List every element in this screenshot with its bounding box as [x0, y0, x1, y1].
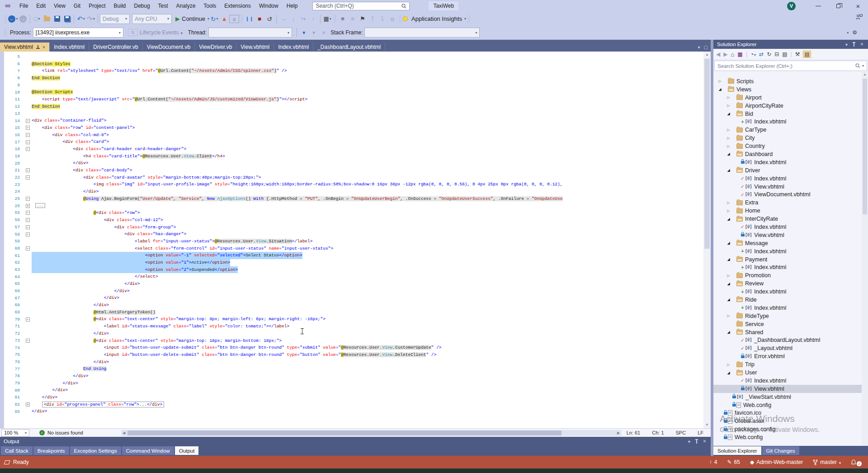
prev-bookmark-icon[interactable]: ⤴: [368, 14, 377, 24]
code-line-6[interactable]: 6@Section Styles: [4, 61, 703, 68]
code-line-85[interactable]: 85</div>: [4, 408, 703, 415]
fold-margin[interactable]: −: [24, 175, 32, 180]
expand-arrow-icon[interactable]: ▷: [726, 201, 731, 205]
expand-arrow-icon[interactable]: ▷: [726, 128, 731, 132]
toolbar-grip[interactable]: [4, 15, 7, 23]
expand-arrow-icon[interactable]: ◢: [726, 371, 731, 375]
code-line-70[interactable]: 70− @<div class="text-center" style="mar…: [4, 316, 703, 323]
menu-git[interactable]: Git: [70, 0, 85, 12]
tree-item-intercityrate[interactable]: ◢InterCityRate: [713, 215, 868, 223]
code-line-58[interactable]: 58− <div class="has-danger">: [4, 231, 703, 238]
code-line-55[interactable]: 55− @<div class="row">: [4, 209, 703, 217]
tree-item-message[interactable]: ◢Message: [713, 239, 868, 247]
code-line-21[interactable]: 21− <div class="card-body">: [4, 167, 703, 174]
sidebar-tab-solution-explorer[interactable]: Solution Explorer: [713, 446, 761, 455]
application-insights-dropdown[interactable]: Application Insights▾: [403, 14, 466, 24]
tab-viewdriver.vb[interactable]: ViewDriver.vb: [195, 43, 236, 52]
code-line-61[interactable]: 61 <option value="-1" selected="selected…: [4, 252, 703, 259]
close-button[interactable]: ×: [848, 0, 868, 12]
redo-button[interactable]: ↷▾: [86, 14, 96, 24]
tree-item-viewdocument-vbhtml[interactable]: ✓[@]ViewDocument.vbhtml: [713, 190, 868, 199]
tree-item-index-vbhtml[interactable]: +[@]Index.vbhtml: [713, 304, 868, 312]
tree-item-promotion[interactable]: ▷Promotion: [713, 271, 868, 279]
tree-item-view-vbhtml[interactable]: [@]View.vbhtml: [713, 231, 868, 239]
tree-item-favicon-ico[interactable]: favicon.ico: [713, 409, 868, 417]
tree-item-airportcityrate[interactable]: ▷AirportCityRate: [713, 102, 868, 110]
stack-frame-select[interactable]: ▾: [364, 28, 480, 38]
tree-item-index-vbhtml[interactable]: [@]Index.vbhtml: [713, 158, 868, 166]
tree-item-scripts[interactable]: ▷Scripts: [713, 77, 868, 85]
code-line-20[interactable]: 20 </div>: [4, 160, 703, 167]
tab-index.vbhtml[interactable]: Index.vbhtml: [50, 43, 89, 52]
editor-indicator-margin[interactable]: [0, 52, 4, 428]
code-line-77[interactable]: 77 End Using: [4, 365, 703, 373]
tree-item-index-vbhtml[interactable]: +[@]Index.vbhtml: [713, 288, 868, 296]
editor-vertical-scrollbar[interactable]: ▲ ▼: [703, 52, 711, 428]
minimize-button[interactable]: ―: [808, 0, 828, 12]
tree-item-web-config[interactable]: Web.config: [713, 401, 868, 409]
scrollbar-thumb[interactable]: [863, 79, 867, 214]
code-line-8[interactable]: 8End Section: [4, 75, 703, 82]
repository-button[interactable]: ◆Admin-Web-master: [750, 459, 803, 465]
code-line-72[interactable]: 72 </div>: [4, 330, 703, 337]
pin-icon[interactable]: [695, 439, 698, 444]
notifications-button[interactable]: 2: [851, 459, 862, 466]
code-line-10[interactable]: 10@Section Scripts: [4, 89, 703, 96]
close-icon[interactable]: ×: [703, 438, 706, 445]
tree-item-shared[interactable]: ◢Shared: [713, 328, 868, 336]
step-over-icon[interactable]: ↪: [298, 14, 308, 24]
fold-margin[interactable]: −: [24, 246, 32, 251]
expand-arrow-icon[interactable]: ◢: [726, 168, 731, 172]
fold-margin[interactable]: −: [24, 211, 32, 215]
back-icon[interactable]: ◀: [716, 51, 720, 57]
tab-view.vbhtml[interactable]: View.vbhtml×: [0, 43, 50, 52]
tree-item--viewstart-vbhtml[interactable]: [@]_ViewStart.vbhtml: [713, 393, 868, 401]
code-line-7[interactable]: 7 <link rel="stylesheet" type="text/css"…: [4, 67, 703, 75]
tree-item-extra[interactable]: ▷Extra: [713, 199, 868, 207]
outgoing-commits-button[interactable]: ↑4: [709, 459, 717, 465]
code-line-16[interactable]: 16− <div class="col-md-8">: [4, 132, 703, 139]
fold-margin[interactable]: +: [24, 402, 32, 407]
code-line-79[interactable]: 79 </div>: [4, 380, 703, 387]
tree-item-country[interactable]: ▷Country: [713, 142, 868, 150]
process-select[interactable]: [13492] iisexpress.exe▾: [33, 28, 123, 38]
tab-viewdocument.vb[interactable]: ViewDocument.vb: [143, 43, 195, 52]
tree-item-index-vbhtml[interactable]: ✓[@]Index.vbhtml: [713, 223, 868, 231]
scroll-up-icon[interactable]: ▲: [862, 71, 868, 78]
scrollbar-thumb[interactable]: [127, 430, 561, 435]
panel-tab-output[interactable]: Output: [175, 446, 199, 455]
code-line-81[interactable]: 81 </div>: [4, 394, 703, 401]
show-next-statement-icon[interactable]: →: [278, 14, 288, 24]
code-line-73[interactable]: 73− @<div class="text-center" style="mar…: [4, 337, 703, 345]
tree-item-packages-config[interactable]: packages.config: [713, 425, 868, 433]
tree-item-bid[interactable]: ◢Bid: [713, 110, 868, 118]
expand-arrow-icon[interactable]: ▷: [726, 209, 731, 213]
step-out-icon[interactable]: ↑: [308, 14, 318, 24]
send-feedback-icon[interactable]: [856, 14, 863, 21]
code-line-62[interactable]: 62 <option value="1">Active</option>: [4, 259, 703, 266]
scroll-right-icon[interactable]: ▶: [616, 430, 621, 436]
save-all-icon[interactable]: [62, 14, 72, 24]
tree-item-view-vbhtml[interactable]: ✓[@]View.vbhtml: [713, 183, 868, 191]
menu-help[interactable]: Help: [283, 0, 302, 12]
pending-edits-button[interactable]: ✎65: [727, 459, 740, 465]
window-position-dropdown-icon[interactable]: ▾: [845, 42, 848, 47]
restart-debug-button[interactable]: ↺: [264, 14, 274, 24]
flagged-only-icon[interactable]: ▼: [309, 28, 319, 38]
fold-margin[interactable]: −: [24, 339, 32, 343]
code-line-78[interactable]: 78 </div>: [4, 373, 703, 380]
navigate-back-button[interactable]: ←▾: [8, 14, 18, 24]
code-line-24[interactable]: 24 </div>: [4, 188, 703, 195]
code-line-80[interactable]: 80 </div>: [4, 387, 703, 394]
expand-arrow-icon[interactable]: ▷: [726, 314, 731, 318]
menu-edit[interactable]: Edit: [32, 0, 50, 12]
window-position-dropdown-icon[interactable]: ▾: [688, 439, 690, 444]
tree-item-index-vbhtml[interactable]: ✓[@]Index.vbhtml: [713, 377, 868, 385]
tree-item-review[interactable]: ◢Review: [713, 279, 868, 288]
zoom-select[interactable]: 100 %▾: [1, 429, 29, 437]
expand-arrow-icon[interactable]: ◢: [726, 112, 731, 116]
lifecycle-events-icon[interactable]: ⇅: [128, 29, 138, 36]
fold-margin[interactable]: −: [24, 168, 32, 172]
expand-arrow-icon[interactable]: ◢: [726, 152, 731, 156]
code-line-26[interactable]: 26+ ...: [4, 202, 703, 209]
